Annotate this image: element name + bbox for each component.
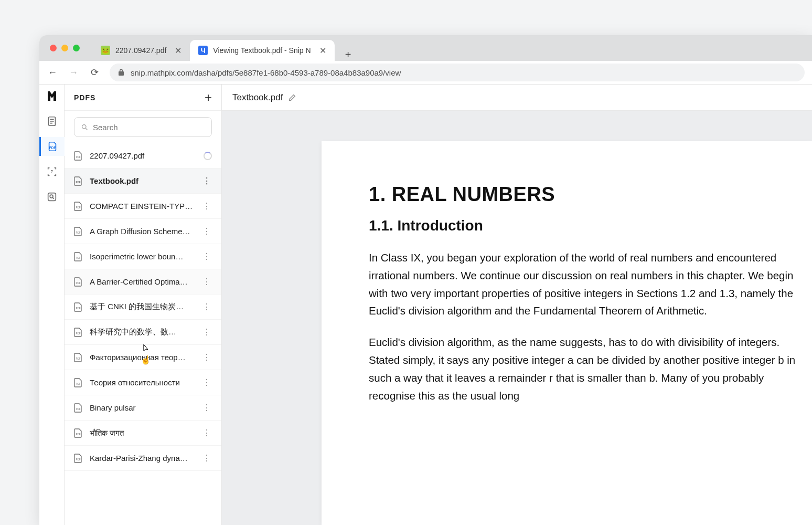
pdf-file-icon: PDF bbox=[74, 454, 83, 463]
search-input[interactable] bbox=[93, 123, 205, 132]
nav-forward-button[interactable]: → bbox=[68, 67, 79, 78]
pdf-file-icon: PDF bbox=[74, 403, 83, 413]
svg-text:Σ: Σ bbox=[50, 170, 53, 174]
address-bar[interactable]: snip.mathpix.com/dasha/pdfs/5e887fe1-68b… bbox=[110, 64, 805, 81]
tab-0-close-icon[interactable]: ✕ bbox=[175, 46, 181, 56]
file-name: Kardar-Parisi-Zhang dyna… bbox=[90, 454, 195, 463]
paragraph-1: In Class IX, you began your exploration … bbox=[369, 249, 812, 320]
tab-1-favicon: Ч bbox=[198, 46, 208, 55]
file-row-3[interactable]: PDF A Graph Diffusion Scheme… ⋮ bbox=[65, 219, 221, 244]
file-row-10[interactable]: PDF Binary pulsar ⋮ bbox=[65, 395, 221, 421]
rename-icon[interactable] bbox=[288, 93, 296, 102]
pdf-file-icon: PDF bbox=[74, 227, 83, 236]
file-more-button[interactable]: ⋮ bbox=[201, 428, 212, 438]
pdf-file-icon: PDF bbox=[74, 151, 83, 161]
svg-text:PDF: PDF bbox=[76, 458, 81, 461]
tab-1[interactable]: Ч Viewing Textbook.pdf - Snip N ✕ bbox=[190, 40, 334, 61]
nav-reload-button[interactable]: ⟳ bbox=[89, 67, 100, 78]
rail-scan-icon[interactable]: Σ bbox=[42, 162, 61, 181]
pdf-file-icon: PDF bbox=[74, 328, 83, 337]
file-more-button[interactable]: ⋮ bbox=[201, 176, 212, 186]
svg-text:PDF: PDF bbox=[76, 156, 81, 159]
url-bar: ← → ⟳ snip.mathpix.com/dasha/pdfs/5e887f… bbox=[39, 61, 812, 85]
pdf-file-icon: PDF bbox=[74, 277, 83, 287]
tab-0-favicon: 🐸 bbox=[101, 46, 110, 55]
file-row-11[interactable]: PDF भौतिक जगत ⋮ bbox=[65, 421, 221, 446]
file-name: A Barrier-Certified Optima… bbox=[90, 277, 195, 286]
svg-line-10 bbox=[86, 128, 87, 130]
pdf-file-icon: PDF bbox=[74, 378, 83, 387]
tab-1-close-icon[interactable]: ✕ bbox=[319, 46, 326, 56]
lock-icon bbox=[118, 69, 124, 76]
svg-rect-6 bbox=[48, 193, 56, 201]
svg-text:PDF: PDF bbox=[76, 232, 81, 234]
rail-doc-icon[interactable] bbox=[42, 112, 61, 131]
file-more-button[interactable]: ⋮ bbox=[201, 377, 212, 387]
new-tab-button[interactable]: + bbox=[340, 49, 357, 61]
file-more-button[interactable]: ⋮ bbox=[201, 226, 212, 236]
file-row-1[interactable]: PDF Textbook.pdf ⋮ bbox=[65, 169, 221, 194]
file-row-9[interactable]: PDF Теория относительности ⋮ bbox=[65, 370, 221, 395]
browser-window: 🐸 2207.09427.pdf ✕ Ч Viewing Textbook.pd… bbox=[39, 35, 812, 525]
file-more-button[interactable]: ⋮ bbox=[201, 277, 212, 287]
svg-text:PDF: PDF bbox=[76, 282, 81, 285]
file-more-button[interactable]: ⋮ bbox=[201, 201, 212, 211]
url-text: snip.mathpix.com/dasha/pdfs/5e887fe1-68b… bbox=[131, 68, 401, 77]
file-name: भौतिक जगत bbox=[90, 428, 195, 438]
file-row-5[interactable]: PDF A Barrier-Certified Optima… ⋮ bbox=[65, 269, 221, 295]
file-name: Binary pulsar bbox=[90, 403, 195, 412]
loading-spinner-icon bbox=[204, 152, 212, 160]
file-name: 2207.09427.pdf bbox=[90, 151, 197, 160]
search-wrap bbox=[65, 111, 221, 143]
file-row-4[interactable]: PDF Isoperimetric lower boun… ⋮ bbox=[65, 244, 221, 269]
svg-text:PDF: PDF bbox=[76, 332, 81, 335]
svg-text:PDF: PDF bbox=[76, 433, 81, 436]
sidebar-header: PDFS + bbox=[65, 85, 221, 111]
tab-0-label: 2207.09427.pdf bbox=[115, 46, 166, 55]
file-more-button[interactable]: ⋮ bbox=[201, 453, 212, 463]
file-more-button[interactable]: ⋮ bbox=[201, 302, 212, 312]
file-name: Isoperimetric lower boun… bbox=[90, 252, 195, 261]
svg-text:PDF: PDF bbox=[76, 383, 81, 385]
file-row-2[interactable]: PDF COMPACT EINSTEIN-TYPE … ⋮ bbox=[65, 194, 221, 219]
file-name: Textbook.pdf bbox=[90, 176, 195, 185]
window-controls bbox=[50, 45, 80, 51]
maximize-window-button[interactable] bbox=[73, 45, 80, 51]
pdf-file-icon: PDF bbox=[74, 353, 83, 362]
svg-point-9 bbox=[82, 124, 87, 129]
file-name: COMPACT EINSTEIN-TYPE … bbox=[90, 202, 195, 211]
file-more-button[interactable]: ⋮ bbox=[201, 403, 212, 413]
file-row-7[interactable]: PDF 科学研究中的数学、数… ⋮ bbox=[65, 320, 221, 345]
svg-text:PDF: PDF bbox=[76, 408, 81, 411]
sidebar-title: PDFS bbox=[74, 93, 95, 102]
nav-back-button[interactable]: ← bbox=[47, 67, 58, 78]
paragraph-2: Euclid's division algorithm, as the name… bbox=[369, 333, 812, 404]
file-more-button[interactable]: ⋮ bbox=[201, 327, 212, 337]
file-row-8[interactable]: PDF Факторизационная теор… ⋮ bbox=[65, 345, 221, 370]
tab-0[interactable]: 🐸 2207.09427.pdf ✕ bbox=[92, 40, 190, 61]
file-row-0[interactable]: PDF 2207.09427.pdf bbox=[65, 143, 221, 169]
search-box[interactable] bbox=[74, 117, 212, 137]
add-pdf-button[interactable]: + bbox=[205, 90, 212, 105]
svg-point-7 bbox=[50, 195, 53, 198]
app-logo[interactable] bbox=[46, 90, 58, 102]
heading-2: 1.1. Introduction bbox=[369, 217, 812, 234]
close-window-button[interactable] bbox=[50, 45, 57, 51]
sidebar: PDFS + PDF 2207.09427.pdf bbox=[65, 85, 222, 525]
file-row-6[interactable]: PDF 基于 CNKI 的我国生物炭… ⋮ bbox=[65, 295, 221, 320]
minimize-window-button[interactable] bbox=[61, 45, 68, 51]
left-rail: PDF Σ bbox=[39, 85, 65, 525]
file-name: 科学研究中的数学、数… bbox=[90, 327, 195, 337]
svg-text:PDF: PDF bbox=[76, 181, 81, 184]
tab-strip: 🐸 2207.09427.pdf ✕ Ч Viewing Textbook.pd… bbox=[92, 35, 357, 61]
document-header: Textbook.pdf bbox=[222, 85, 812, 111]
file-more-button[interactable]: ⋮ bbox=[201, 352, 212, 362]
file-more-button[interactable]: ⋮ bbox=[201, 251, 212, 261]
svg-text:PDF: PDF bbox=[49, 146, 56, 150]
rail-pdf-icon[interactable]: PDF bbox=[39, 137, 65, 156]
file-row-12[interactable]: PDF Kardar-Parisi-Zhang dyna… ⋮ bbox=[65, 446, 221, 471]
rail-search-icon[interactable] bbox=[42, 187, 61, 206]
document-page[interactable]: 1. REAL NUMBERS 1.1. Introduction In Cla… bbox=[322, 141, 812, 525]
file-name: 基于 CNKI 的我国生物炭… bbox=[90, 302, 195, 312]
content-area: Textbook.pdf 1. REAL NUMBERS 1.1. Introd… bbox=[222, 85, 812, 525]
